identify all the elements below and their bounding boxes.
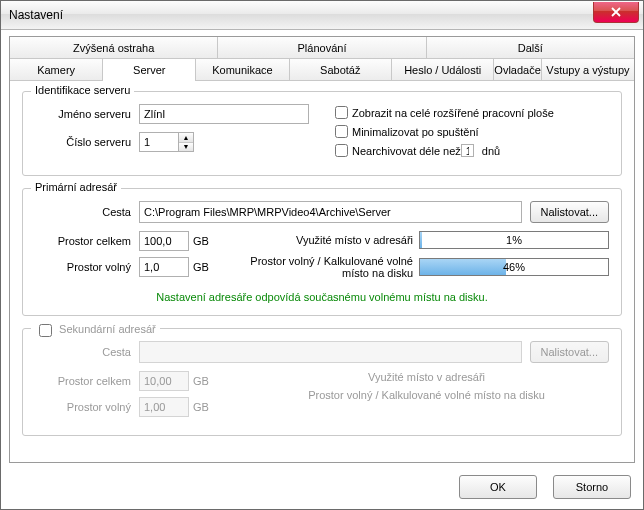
secondary-freecalc-label: Prostor volný / Kalkulované volné místo … [250,389,603,401]
noarchive-days-input[interactable] [461,144,474,157]
tab-label: Plánování [298,42,347,54]
legend-secondary: Sekundární adresář [31,321,160,340]
cancel-button[interactable]: Storno [553,475,631,499]
tab-label: Další [518,42,543,54]
secondary-free-label: Prostor volný [35,401,139,413]
primary-freecalc-pct: 46% [503,261,525,273]
bar-fill [420,259,506,275]
tab-control: Zvýšená ostraha Plánování Další Kamery S… [9,36,635,463]
tab-zvysena-ostraha[interactable]: Zvýšená ostraha [10,37,218,58]
primary-free-label: Prostor volný [35,261,139,273]
settings-window: Nastavení Zvýšená ostraha Plánování Dalš… [0,0,644,510]
tab-sabotaz[interactable]: Sabotáž [290,59,392,80]
unit-gb: GB [193,401,209,413]
unit-gb: GB [193,235,209,247]
server-name-label: Jméno serveru [35,108,139,120]
primary-total-input[interactable] [139,231,189,251]
minimize-label: Minimalizovat po spuštění [352,126,479,138]
primary-path-label: Cesta [35,206,139,218]
legend-primary: Primární adresář [31,181,121,193]
primary-free-input[interactable] [139,257,189,277]
primary-used-pct: 1% [506,234,522,246]
spinner-buttons[interactable]: ▲ ▼ [179,132,194,152]
tab-label: Sabotáž [320,64,360,76]
legend-identifikace: Identifikace serveru [31,84,134,96]
chevron-down-icon[interactable]: ▼ [179,143,193,152]
tab-heslo-udalosti[interactable]: Heslo / Události [392,59,494,80]
client-area: Zvýšená ostraha Plánování Další Kamery S… [1,30,643,509]
fullscreen-label: Zobrazit na celé rozšířené pracovní ploš… [352,107,554,119]
secondary-path-input [139,341,522,363]
secondary-total-label: Prostor celkem [35,375,139,387]
primary-browse-button[interactable]: Nalistovat... [530,201,609,223]
server-number-label: Číslo serveru [35,136,139,148]
tab-row-top: Zvýšená ostraha Plánování Další [10,37,634,58]
tab-label: Zvýšená ostraha [73,42,154,54]
tab-dalsi[interactable]: Další [427,37,634,58]
tab-kamery[interactable]: Kamery [10,59,103,80]
dialog-footer: OK Storno [9,465,635,499]
fieldset-secondary: Sekundární adresář Cesta Nalistovat... P… [22,328,622,436]
fullscreen-checkbox[interactable] [335,106,348,119]
chevron-up-icon[interactable]: ▲ [179,133,193,143]
server-number-input[interactable] [139,132,179,152]
tab-label: Vstupy a výstupy [546,64,629,76]
ok-button[interactable]: OK [459,475,537,499]
noarchive-label: Nearchivovat déle než [352,145,461,157]
secondary-free-input [139,397,189,417]
tab-label: Kamery [37,64,75,76]
noarchive-unit: dnů [482,145,500,157]
titlebar: Nastavení [1,1,643,30]
primary-status-message: Nastavení adresáře odpovídá současnému v… [35,291,609,303]
bar-fill [420,232,422,248]
secondary-path-label: Cesta [35,346,139,358]
primary-path-input[interactable] [139,201,522,223]
primary-used-bar: 1% [419,231,609,249]
tab-label: Server [133,64,165,76]
secondary-browse-button: Nalistovat... [530,341,609,363]
secondary-total-input [139,371,189,391]
tab-label: Ovladače [494,64,540,76]
secondary-enable-checkbox[interactable] [39,324,52,337]
close-icon [610,7,622,17]
window-title: Nastavení [1,8,63,22]
tab-label: Komunikace [212,64,273,76]
fieldset-identifikace: Identifikace serveru Jméno serveru Číslo… [22,91,622,176]
primary-freecalc-bar: 46% [419,258,609,276]
tab-label: Heslo / Události [404,64,481,76]
noarchive-checkbox[interactable] [335,144,348,157]
fieldset-primary: Primární adresář Cesta Nalistovat... Pro… [22,188,622,316]
tab-server[interactable]: Server [103,59,196,80]
tab-planovani[interactable]: Plánování [218,37,426,58]
close-button[interactable] [593,2,639,23]
tab-komunikace[interactable]: Komunikace [196,59,289,80]
tab-ovladace[interactable]: Ovladače [494,59,541,80]
minimize-checkbox[interactable] [335,125,348,138]
primary-freecalc-label: Prostor volný / Kalkulované volné místo … [250,255,413,279]
tab-row-bottom: Kamery Server Komunikace Sabotáž Heslo /… [10,58,634,80]
unit-gb: GB [193,375,209,387]
server-name-input[interactable] [139,104,309,124]
primary-total-label: Prostor celkem [35,235,139,247]
tab-content-server: Identifikace serveru Jméno serveru Číslo… [10,80,634,462]
unit-gb: GB [193,261,209,273]
secondary-used-label: Využité místo v adresáři [250,371,603,383]
secondary-legend-label: Sekundární adresář [59,323,156,335]
primary-used-label: Využité místo v adresáři [250,234,413,246]
tab-vstupy-vystupy[interactable]: Vstupy a výstupy [542,59,634,80]
server-number-spinner[interactable]: ▲ ▼ [139,132,194,152]
